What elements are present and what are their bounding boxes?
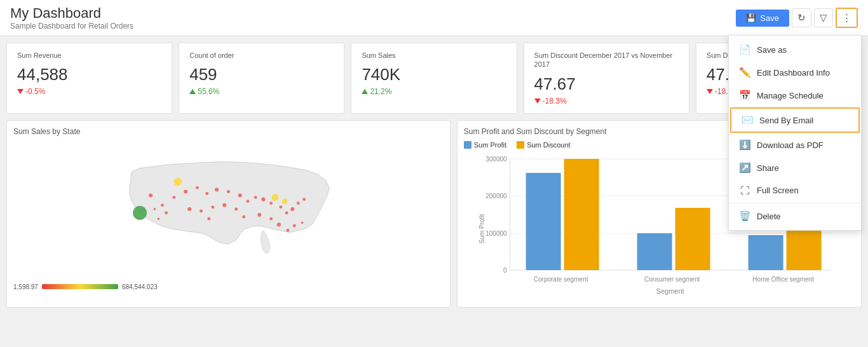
download-pdf-icon: ⬇️ (739, 139, 750, 151)
edit-dashboard-icon: ✏️ (739, 67, 750, 78)
svg-rect-48 (526, 173, 560, 270)
kpi-change-0: -0.5% (17, 87, 161, 96)
refresh-icon: ↻ (797, 12, 806, 23)
full-screen-icon: ⛶ (739, 185, 750, 196)
svg-point-37 (153, 208, 156, 210)
svg-text:Corporate segment: Corporate segment (534, 276, 588, 283)
svg-point-32 (277, 222, 281, 226)
svg-text:Home Office segment: Home Office segment (752, 276, 814, 283)
svg-text:0: 0 (503, 267, 507, 274)
manage-schedule-icon: 📅 (739, 90, 750, 101)
svg-point-0 (133, 206, 147, 220)
legend-min: 1,598.97 (13, 283, 38, 290)
map-container (13, 141, 444, 281)
save-as-icon: 📄 (739, 44, 750, 55)
svg-point-25 (211, 205, 214, 208)
svg-rect-51 (675, 208, 710, 270)
menu-item-share[interactable]: ↗️ Share (729, 156, 861, 179)
svg-text:Consumer segment: Consumer segment (644, 276, 700, 283)
svg-point-30 (257, 213, 261, 217)
trend-up-icon-1 (189, 89, 196, 94)
svg-point-23 (187, 207, 191, 210)
kpi-value-1: 459 (189, 65, 334, 85)
kpi-label-3: Sum Discount December 2017 vs November 2… (534, 51, 679, 69)
svg-point-13 (246, 200, 249, 203)
kpi-label-2: Sum Sales (362, 51, 506, 60)
svg-point-28 (207, 217, 210, 220)
menu-item-save-as[interactable]: 📄 Save as (729, 38, 861, 61)
svg-point-17 (279, 205, 282, 208)
svg-point-10 (215, 187, 219, 191)
kpi-value-2: 740K (362, 65, 506, 85)
menu-item-full-screen[interactable]: ⛶ Full Screen (729, 179, 861, 201)
more-options-button[interactable]: ⋮ (836, 8, 858, 28)
svg-text:Segment: Segment (656, 287, 684, 295)
dropdown-menu: 📄 Save as ✏️ Edit Dashboard Info 📅 Manag… (728, 35, 862, 231)
svg-rect-50 (637, 233, 672, 270)
map-svg (13, 141, 444, 281)
legend-profit: Sum Profit (464, 141, 506, 149)
filter-button[interactable]: ▽ (814, 8, 833, 27)
menu-label-edit-dashboard: Edit Dashboard Info (757, 68, 830, 78)
menu-label-full-screen: Full Screen (757, 186, 799, 195)
svg-point-15 (261, 197, 265, 201)
kpi-change-text-1: 55.6% (198, 87, 219, 96)
page-title: My Dashboard (10, 5, 133, 22)
kpi-change-1: 55.6% (189, 87, 334, 96)
menu-item-manage-schedule[interactable]: 📅 Manage Schedule (729, 84, 861, 107)
page-subtitle: Sample Dashboard for Retail Orders (10, 22, 133, 31)
svg-text:100000: 100000 (485, 230, 507, 237)
svg-point-18 (285, 211, 288, 214)
svg-point-19 (290, 207, 294, 210)
menu-label-share: Share (757, 163, 779, 173)
svg-point-26 (222, 203, 226, 207)
svg-rect-49 (564, 159, 599, 270)
legend-discount-dot (517, 141, 524, 149)
svg-point-9 (205, 192, 208, 195)
page: My Dashboard Sample Dashboard for Retail… (0, 0, 868, 347)
menu-item-send-by-email[interactable]: ✉️ Send By Email (730, 107, 860, 133)
menu-label-download-pdf: Download as PDF (757, 140, 824, 150)
kpi-change-3: -18.3% (534, 97, 679, 105)
svg-point-5 (161, 203, 164, 207)
send-email-icon: ✉️ (742, 114, 753, 126)
svg-point-29 (242, 215, 245, 218)
legend-profit-dot (464, 141, 471, 149)
svg-point-12 (238, 193, 242, 197)
refresh-button[interactable]: ↻ (792, 8, 811, 27)
kpi-label-1: Count of order (189, 51, 334, 60)
svg-point-20 (297, 201, 300, 205)
svg-point-6 (172, 196, 175, 199)
kpi-value-3: 47.67 (534, 74, 679, 94)
svg-point-24 (200, 209, 203, 212)
svg-point-35 (301, 221, 304, 224)
legend-profit-label: Sum Profit (474, 141, 506, 149)
menu-label-manage-schedule: Manage Schedule (757, 91, 824, 100)
svg-point-21 (302, 198, 306, 201)
menu-label-delete: Delete (757, 212, 781, 221)
menu-item-delete[interactable]: 🗑️ Delete (729, 205, 861, 228)
more-icon: ⋮ (842, 12, 851, 23)
svg-point-22 (165, 211, 168, 214)
trend-down-icon-3 (534, 99, 541, 104)
kpi-card-2: Sum Sales 740K 21.2% (351, 43, 517, 114)
menu-item-download-pdf[interactable]: ⬇️ Download as PDF (729, 133, 861, 156)
save-button[interactable]: 💾 Save (736, 10, 789, 27)
svg-point-27 (234, 207, 238, 210)
legend-discount-label: Sum Discount (527, 141, 570, 149)
filter-icon: ▽ (820, 12, 827, 23)
legend-max: 684,544.023 (122, 283, 158, 290)
kpi-label-0: Sum Revenue (17, 51, 161, 60)
kpi-card-0: Sum Revenue 44,588 -0.5% (6, 43, 172, 114)
save-label: Save (760, 13, 779, 23)
map-card: Sum Sales by State (6, 120, 451, 308)
kpi-change-2: 21.2% (362, 87, 506, 96)
map-legend: 1,598.97 684,544.023 (13, 283, 444, 290)
svg-point-8 (196, 186, 199, 189)
save-icon: 💾 (746, 13, 756, 23)
svg-rect-52 (748, 235, 783, 270)
svg-point-34 (293, 224, 296, 227)
menu-item-edit-dashboard[interactable]: ✏️ Edit Dashboard Info (729, 61, 861, 84)
trend-down-icon-0 (17, 89, 24, 94)
svg-point-7 (184, 189, 187, 193)
